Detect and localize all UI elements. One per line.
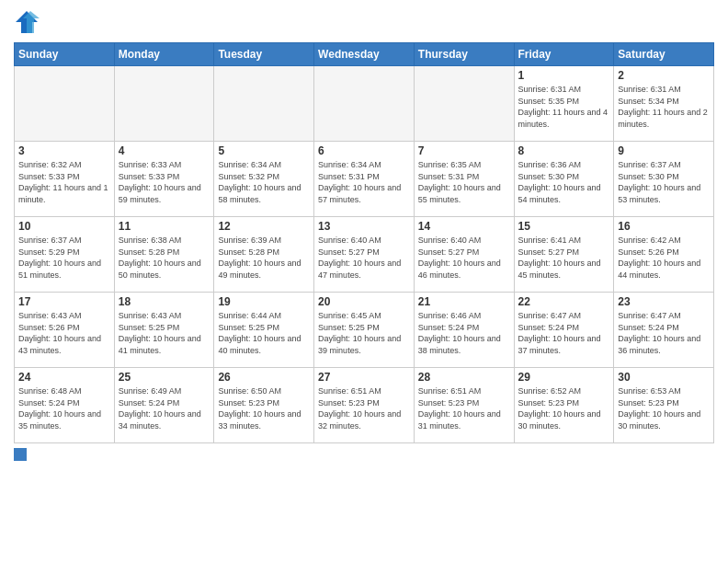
day-info: Sunrise: 6:39 AM Sunset: 5:28 PM Dayligh… — [218, 235, 310, 281]
calendar-cell: 21Sunrise: 6:46 AM Sunset: 5:24 PM Dayli… — [414, 293, 514, 368]
calendar-cell: 15Sunrise: 6:41 AM Sunset: 5:27 PM Dayli… — [514, 217, 614, 293]
weekday-header-sunday: Sunday — [15, 43, 115, 66]
day-info: Sunrise: 6:50 AM Sunset: 5:23 PM Dayligh… — [218, 385, 310, 431]
day-info: Sunrise: 6:33 AM Sunset: 5:33 PM Dayligh… — [119, 159, 210, 205]
day-info: Sunrise: 6:47 AM Sunset: 5:24 PM Dayligh… — [618, 310, 710, 356]
calendar-body: 1Sunrise: 6:31 AM Sunset: 5:35 PM Daylig… — [15, 66, 714, 443]
day-info: Sunrise: 6:42 AM Sunset: 5:26 PM Dayligh… — [618, 235, 710, 281]
day-info: Sunrise: 6:43 AM Sunset: 5:26 PM Dayligh… — [18, 310, 110, 356]
day-number: 14 — [418, 220, 510, 233]
calendar-cell: 1Sunrise: 6:31 AM Sunset: 5:35 PM Daylig… — [514, 66, 614, 142]
calendar-cell: 11Sunrise: 6:38 AM Sunset: 5:28 PM Dayli… — [114, 217, 214, 293]
logo-icon — [14, 9, 40, 35]
day-number: 28 — [418, 371, 510, 384]
day-info: Sunrise: 6:45 AM Sunset: 5:25 PM Dayligh… — [318, 310, 410, 356]
day-number: 12 — [218, 220, 310, 233]
calendar-cell: 20Sunrise: 6:45 AM Sunset: 5:25 PM Dayli… — [314, 293, 415, 368]
weekday-header-row: SundayMondayTuesdayWednesdayThursdayFrid… — [15, 43, 714, 66]
calendar-table: SundayMondayTuesdayWednesdayThursdayFrid… — [14, 42, 714, 443]
day-number: 30 — [618, 371, 710, 384]
calendar-cell: 23Sunrise: 6:47 AM Sunset: 5:24 PM Dayli… — [614, 293, 714, 368]
weekday-header-tuesday: Tuesday — [214, 43, 314, 66]
day-info: Sunrise: 6:34 AM Sunset: 5:31 PM Dayligh… — [318, 159, 410, 205]
calendar-cell: 26Sunrise: 6:50 AM Sunset: 5:23 PM Dayli… — [214, 368, 314, 443]
day-number: 8 — [518, 144, 610, 157]
day-number: 3 — [18, 144, 110, 157]
day-info: Sunrise: 6:32 AM Sunset: 5:33 PM Dayligh… — [18, 159, 110, 205]
day-number: 19 — [218, 295, 310, 308]
calendar-header: SundayMondayTuesdayWednesdayThursdayFrid… — [15, 43, 714, 66]
day-info: Sunrise: 6:35 AM Sunset: 5:31 PM Dayligh… — [418, 159, 510, 205]
calendar-cell: 7Sunrise: 6:35 AM Sunset: 5:31 PM Daylig… — [414, 142, 514, 217]
calendar-cell: 5Sunrise: 6:34 AM Sunset: 5:32 PM Daylig… — [214, 142, 314, 217]
calendar-cell: 24Sunrise: 6:48 AM Sunset: 5:24 PM Dayli… — [15, 368, 115, 443]
day-number: 9 — [618, 144, 710, 157]
calendar-cell: 22Sunrise: 6:47 AM Sunset: 5:24 PM Dayli… — [514, 293, 614, 368]
day-info: Sunrise: 6:37 AM Sunset: 5:29 PM Dayligh… — [18, 235, 110, 281]
day-info: Sunrise: 6:38 AM Sunset: 5:28 PM Dayligh… — [119, 235, 210, 281]
day-info: Sunrise: 6:53 AM Sunset: 5:23 PM Dayligh… — [618, 385, 710, 431]
day-number: 13 — [318, 220, 410, 233]
day-number: 4 — [119, 144, 210, 157]
calendar-cell: 29Sunrise: 6:52 AM Sunset: 5:23 PM Dayli… — [514, 368, 614, 443]
calendar-cell: 12Sunrise: 6:39 AM Sunset: 5:28 PM Dayli… — [214, 217, 314, 293]
calendar-cell — [414, 66, 514, 142]
legend — [14, 448, 714, 461]
day-number: 20 — [318, 295, 410, 308]
day-info: Sunrise: 6:34 AM Sunset: 5:32 PM Dayligh… — [218, 159, 310, 205]
day-number: 1 — [518, 69, 610, 82]
day-number: 6 — [318, 144, 410, 157]
week-row-0: 1Sunrise: 6:31 AM Sunset: 5:35 PM Daylig… — [15, 66, 714, 142]
day-number: 15 — [518, 220, 610, 233]
day-number: 7 — [418, 144, 510, 157]
day-number: 29 — [518, 371, 610, 384]
day-info: Sunrise: 6:41 AM Sunset: 5:27 PM Dayligh… — [518, 235, 610, 281]
day-info: Sunrise: 6:51 AM Sunset: 5:23 PM Dayligh… — [418, 385, 510, 431]
calendar-cell: 10Sunrise: 6:37 AM Sunset: 5:29 PM Dayli… — [15, 217, 115, 293]
calendar-cell: 25Sunrise: 6:49 AM Sunset: 5:24 PM Dayli… — [114, 368, 214, 443]
day-info: Sunrise: 6:47 AM Sunset: 5:24 PM Dayligh… — [518, 310, 610, 356]
weekday-header-friday: Friday — [514, 43, 614, 66]
calendar-cell: 9Sunrise: 6:37 AM Sunset: 5:30 PM Daylig… — [614, 142, 714, 217]
weekday-header-wednesday: Wednesday — [314, 43, 415, 66]
calendar-cell: 16Sunrise: 6:42 AM Sunset: 5:26 PM Dayli… — [614, 217, 714, 293]
day-number: 18 — [119, 295, 210, 308]
calendar-cell — [314, 66, 415, 142]
day-info: Sunrise: 6:31 AM Sunset: 5:34 PM Dayligh… — [618, 84, 710, 130]
calendar-cell: 27Sunrise: 6:51 AM Sunset: 5:23 PM Dayli… — [314, 368, 415, 443]
day-number: 22 — [518, 295, 610, 308]
day-number: 2 — [618, 69, 710, 82]
calendar-cell — [214, 66, 314, 142]
day-info: Sunrise: 6:37 AM Sunset: 5:30 PM Dayligh… — [618, 159, 710, 205]
day-number: 23 — [618, 295, 710, 308]
calendar-cell: 18Sunrise: 6:43 AM Sunset: 5:25 PM Dayli… — [114, 293, 214, 368]
week-row-1: 3Sunrise: 6:32 AM Sunset: 5:33 PM Daylig… — [15, 142, 714, 217]
header — [14, 9, 714, 35]
weekday-header-saturday: Saturday — [614, 43, 714, 66]
logo — [14, 9, 42, 35]
day-number: 21 — [418, 295, 510, 308]
day-number: 17 — [18, 295, 110, 308]
day-info: Sunrise: 6:48 AM Sunset: 5:24 PM Dayligh… — [18, 385, 110, 431]
day-number: 5 — [218, 144, 310, 157]
calendar-cell — [15, 66, 115, 142]
day-number: 25 — [119, 371, 210, 384]
week-row-4: 24Sunrise: 6:48 AM Sunset: 5:24 PM Dayli… — [15, 368, 714, 443]
day-number: 24 — [18, 371, 110, 384]
calendar-cell: 30Sunrise: 6:53 AM Sunset: 5:23 PM Dayli… — [614, 368, 714, 443]
day-info: Sunrise: 6:52 AM Sunset: 5:23 PM Dayligh… — [518, 385, 610, 431]
day-info: Sunrise: 6:40 AM Sunset: 5:27 PM Dayligh… — [418, 235, 510, 281]
day-info: Sunrise: 6:40 AM Sunset: 5:27 PM Dayligh… — [318, 235, 410, 281]
calendar-cell: 4Sunrise: 6:33 AM Sunset: 5:33 PM Daylig… — [114, 142, 214, 217]
calendar-cell: 14Sunrise: 6:40 AM Sunset: 5:27 PM Dayli… — [414, 217, 514, 293]
day-number: 16 — [618, 220, 710, 233]
weekday-header-monday: Monday — [114, 43, 214, 66]
calendar-cell: 3Sunrise: 6:32 AM Sunset: 5:33 PM Daylig… — [15, 142, 115, 217]
week-row-3: 17Sunrise: 6:43 AM Sunset: 5:26 PM Dayli… — [15, 293, 714, 368]
day-info: Sunrise: 6:44 AM Sunset: 5:25 PM Dayligh… — [218, 310, 310, 356]
day-number: 10 — [18, 220, 110, 233]
week-row-2: 10Sunrise: 6:37 AM Sunset: 5:29 PM Dayli… — [15, 217, 714, 293]
day-info: Sunrise: 6:49 AM Sunset: 5:24 PM Dayligh… — [119, 385, 210, 431]
calendar-cell: 19Sunrise: 6:44 AM Sunset: 5:25 PM Dayli… — [214, 293, 314, 368]
weekday-header-thursday: Thursday — [414, 43, 514, 66]
